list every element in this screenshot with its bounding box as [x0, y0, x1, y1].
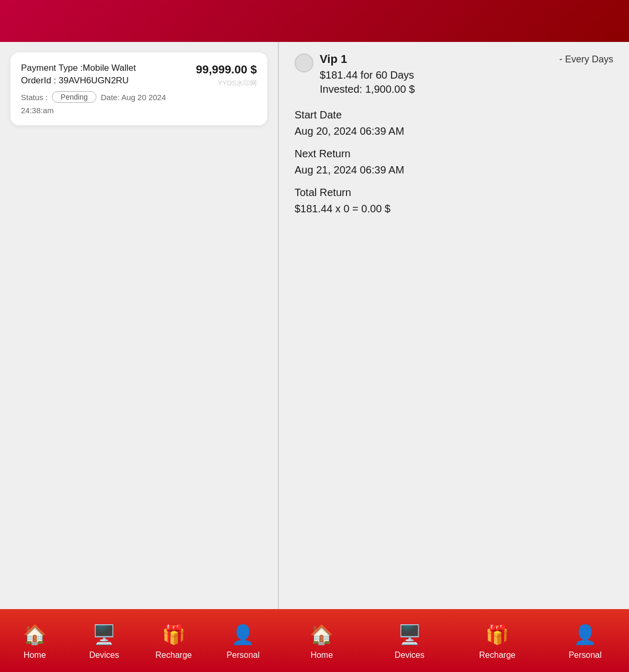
watermark: YYDS水印网 — [196, 79, 257, 88]
vip-price: $181.44 for 60 Days — [320, 69, 613, 81]
top-header — [0, 0, 629, 42]
vip-header-row: Vip 1 - Every Days $181.44 for 60 Days I… — [295, 52, 613, 106]
personal2-label: Personal — [569, 651, 602, 660]
nav-item-devices2[interactable]: 🖥️ Devices — [388, 621, 430, 660]
personal2-icon: 👤 — [571, 621, 599, 648]
vip-title: Vip 1 — [320, 52, 347, 66]
nav-left: 🏠 Home 🖥️ Devices 🎁 Recharge 👤 Personal — [0, 609, 278, 672]
vip-details: Vip 1 - Every Days $181.44 for 60 Days I… — [320, 52, 613, 106]
home2-icon: 🏠 — [308, 621, 335, 648]
devices2-icon: 🖥️ — [396, 621, 423, 648]
personal-label: Personal — [226, 651, 259, 660]
date-label: Date: Aug 20 2024 — [101, 93, 166, 102]
nav-item-home2[interactable]: 🏠 Home — [301, 621, 343, 660]
home-icon: 🏠 — [21, 621, 48, 648]
recharge-icon: 🎁 — [160, 621, 187, 648]
personal-icon: 👤 — [230, 621, 257, 648]
left-panel: Payment Type :Mobile Wallet OrderId : 39… — [0, 42, 278, 609]
payment-amount: 99,999.00 $ — [196, 63, 257, 77]
start-date-value: Aug 20, 2024 06:39 AM — [295, 125, 613, 137]
status-row: Status : Pending Date: Aug 20 2024 — [21, 91, 196, 103]
next-return-value: Aug 21, 2024 06:39 AM — [295, 164, 613, 176]
right-panel: Vip 1 - Every Days $181.44 for 60 Days I… — [279, 42, 629, 609]
time-label: 24:38:am — [21, 106, 196, 115]
next-return-label: Next Return — [295, 148, 613, 160]
nav-item-devices[interactable]: 🖥️ Devices — [83, 621, 125, 660]
devices-icon: 🖥️ — [91, 621, 118, 648]
nav-item-personal[interactable]: 👤 Personal — [222, 621, 264, 660]
total-return-label: Total Return — [295, 187, 613, 199]
payment-card: Payment Type :Mobile Wallet OrderId : 39… — [10, 52, 267, 125]
invested: Invested: 1,900.00 $ — [320, 83, 613, 95]
status-prefix: Status : — [21, 93, 48, 102]
devices2-label: Devices — [395, 651, 425, 660]
radio-circle[interactable] — [295, 53, 313, 72]
recharge2-icon: 🎁 — [484, 621, 511, 648]
payment-type-label: Payment Type :Mobile Wallet — [21, 63, 196, 73]
nav-right: 🏠 Home 🖥️ Devices 🎁 Recharge 👤 Personal — [278, 609, 629, 672]
nav-item-recharge2[interactable]: 🎁 Recharge — [476, 621, 518, 660]
start-date-label: Start Date — [295, 109, 613, 121]
nav-item-home[interactable]: 🏠 Home — [14, 621, 56, 660]
nav-item-recharge[interactable]: 🎁 Recharge — [153, 621, 194, 660]
total-return-value: $181.44 x 0 = 0.00 $ — [295, 203, 613, 215]
bottom-nav: 🏠 Home 🖥️ Devices 🎁 Recharge 👤 Personal … — [0, 609, 629, 672]
vip-title-row: Vip 1 - Every Days — [320, 52, 613, 66]
home-label: Home — [24, 651, 46, 660]
order-id-label: OrderId : 39AVH6UGN2RU — [21, 75, 196, 86]
status-badge: Pending — [52, 91, 96, 103]
payment-amount-section: 99,999.00 $ YYDS水印网 — [196, 63, 257, 88]
every-days: - Every Days — [559, 54, 613, 65]
main-content: Payment Type :Mobile Wallet OrderId : 39… — [0, 42, 629, 609]
home2-label: Home — [310, 651, 333, 660]
nav-item-personal2[interactable]: 👤 Personal — [564, 621, 606, 660]
recharge2-label: Recharge — [479, 651, 515, 660]
recharge-label: Recharge — [156, 651, 192, 660]
devices-label: Devices — [89, 651, 119, 660]
payment-card-left: Payment Type :Mobile Wallet OrderId : 39… — [21, 63, 196, 115]
